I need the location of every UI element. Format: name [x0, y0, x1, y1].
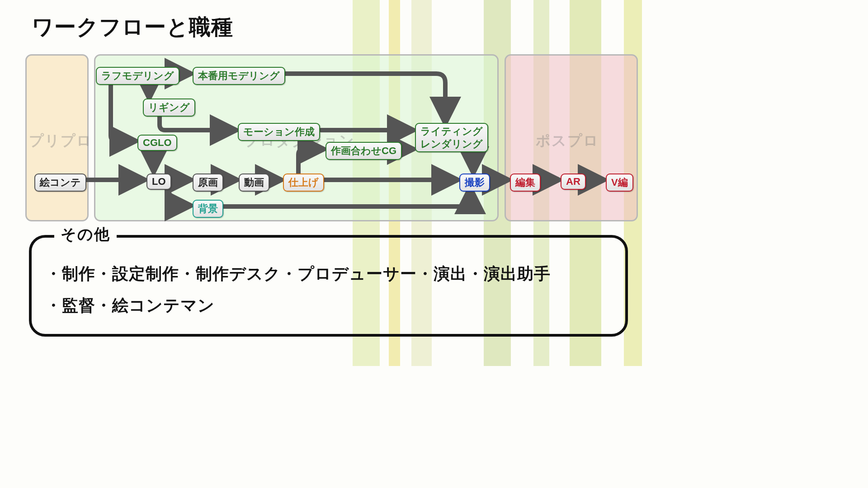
node-econte: 絵コンテ: [34, 174, 86, 192]
node-shiage: 仕上げ: [283, 174, 324, 192]
panel-label-post: ポスプロ: [536, 131, 599, 151]
node-satsuei: 撮影: [459, 174, 490, 192]
page-title: ワークフローと職種: [32, 13, 233, 42]
node-haikei: 背景: [193, 200, 223, 218]
others-box: [29, 235, 628, 337]
others-line-1: ・制作・設定制作・制作デスク・プロデューサー・演出・演出助手: [45, 263, 551, 285]
node-rough-model: ラフモデリング: [96, 67, 179, 85]
node-lighting: ライティング レンダリング: [415, 123, 488, 152]
panel-label-pre: プリプロ: [29, 131, 92, 151]
node-motion: モーション作成: [238, 123, 320, 141]
node-douga: 動画: [239, 174, 269, 192]
node-genga: 原画: [193, 174, 223, 192]
node-lo: LO: [146, 174, 171, 190]
node-vhen: V編: [606, 174, 633, 192]
node-henshu: 編集: [510, 174, 541, 192]
node-ar: AR: [561, 174, 586, 190]
node-cglo: CGLO: [137, 135, 177, 151]
others-label: その他: [54, 224, 117, 245]
node-rigging: リギング: [143, 99, 195, 117]
others-line-2: ・監督・絵コンテマン: [45, 295, 215, 317]
node-final-model: 本番用モデリング: [193, 67, 285, 85]
node-sakuga-cg: 作画合わせCG: [326, 142, 402, 160]
